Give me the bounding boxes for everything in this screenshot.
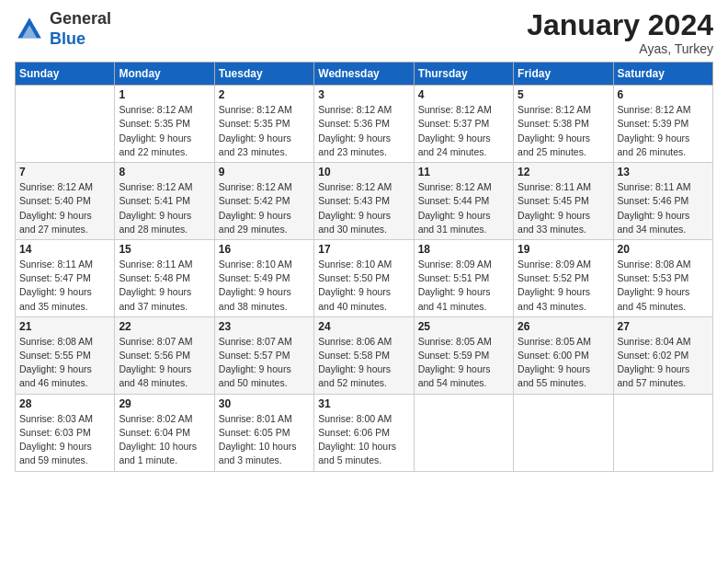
weekday-monday: Monday (115, 63, 214, 86)
logo: General Blue (15, 9, 111, 49)
location: Ayas, Turkey (527, 41, 713, 56)
logo-icon (15, 15, 44, 44)
day-info: Sunrise: 8:09 AMSunset: 5:51 PMDaylight:… (418, 258, 509, 314)
calendar-cell: 2Sunrise: 8:12 AMSunset: 5:35 PMDaylight… (214, 86, 313, 163)
day-number: 24 (318, 320, 409, 333)
calendar-cell: 10Sunrise: 8:12 AMSunset: 5:43 PMDayligh… (314, 163, 414, 240)
day-number: 26 (518, 320, 609, 333)
day-number: 2 (219, 88, 310, 101)
day-info: Sunrise: 8:12 AMSunset: 5:36 PMDaylight:… (318, 103, 409, 159)
calendar-cell: 12Sunrise: 8:11 AMSunset: 5:45 PMDayligh… (514, 163, 613, 240)
day-info: Sunrise: 8:12 AMSunset: 5:44 PMDaylight:… (418, 180, 509, 236)
day-number: 29 (119, 397, 210, 410)
day-info: Sunrise: 8:12 AMSunset: 5:35 PMDaylight:… (219, 103, 310, 159)
calendar-cell: 18Sunrise: 8:09 AMSunset: 5:51 PMDayligh… (414, 239, 513, 316)
calendar-cell: 20Sunrise: 8:08 AMSunset: 5:53 PMDayligh… (613, 239, 712, 316)
day-number: 6 (618, 88, 709, 101)
calendar-cell: 30Sunrise: 8:01 AMSunset: 6:05 PMDayligh… (214, 394, 313, 471)
day-number: 16 (219, 243, 310, 256)
calendar-cell: 25Sunrise: 8:05 AMSunset: 5:59 PMDayligh… (414, 316, 513, 394)
calendar-cell: 26Sunrise: 8:05 AMSunset: 6:00 PMDayligh… (514, 316, 613, 394)
day-info: Sunrise: 8:12 AMSunset: 5:40 PMDaylight:… (19, 180, 110, 236)
day-number: 20 (618, 243, 709, 256)
week-row-3: 14Sunrise: 8:11 AMSunset: 5:47 PMDayligh… (16, 239, 713, 316)
calendar-cell: 7Sunrise: 8:12 AMSunset: 5:40 PMDaylight… (16, 163, 115, 240)
day-number: 18 (418, 243, 509, 256)
calendar-cell: 4Sunrise: 8:12 AMSunset: 5:37 PMDaylight… (414, 86, 513, 163)
day-number: 13 (618, 166, 709, 178)
day-number: 5 (518, 88, 609, 101)
day-info: Sunrise: 8:04 AMSunset: 6:02 PMDaylight:… (618, 335, 709, 391)
calendar-cell: 3Sunrise: 8:12 AMSunset: 5:36 PMDaylight… (314, 86, 414, 163)
day-info: Sunrise: 8:07 AMSunset: 5:57 PMDaylight:… (219, 335, 310, 391)
day-number: 7 (19, 166, 110, 178)
calendar-cell: 19Sunrise: 8:09 AMSunset: 5:52 PMDayligh… (514, 239, 613, 316)
week-row-5: 28Sunrise: 8:03 AMSunset: 6:03 PMDayligh… (16, 394, 713, 471)
day-number: 15 (119, 243, 210, 256)
logo-blue: Blue (50, 29, 85, 48)
day-info: Sunrise: 8:06 AMSunset: 5:58 PMDaylight:… (318, 335, 409, 391)
calendar-cell: 16Sunrise: 8:10 AMSunset: 5:49 PMDayligh… (214, 239, 313, 316)
calendar-cell: 27Sunrise: 8:04 AMSunset: 6:02 PMDayligh… (613, 316, 712, 394)
day-info: Sunrise: 8:11 AMSunset: 5:48 PMDaylight:… (119, 258, 210, 314)
day-number: 27 (618, 320, 709, 333)
weekday-thursday: Thursday (414, 63, 513, 86)
calendar-cell: 22Sunrise: 8:07 AMSunset: 5:56 PMDayligh… (115, 316, 214, 394)
calendar-cell: 14Sunrise: 8:11 AMSunset: 5:47 PMDayligh… (16, 239, 115, 316)
day-number: 11 (418, 166, 509, 178)
day-info: Sunrise: 8:05 AMSunset: 5:59 PMDaylight:… (418, 335, 509, 391)
day-info: Sunrise: 8:11 AMSunset: 5:45 PMDaylight:… (518, 180, 609, 236)
day-number: 9 (219, 166, 310, 178)
day-info: Sunrise: 8:08 AMSunset: 5:55 PMDaylight:… (19, 335, 110, 391)
day-number: 3 (318, 88, 409, 101)
calendar-cell: 6Sunrise: 8:12 AMSunset: 5:39 PMDaylight… (613, 86, 712, 163)
day-info: Sunrise: 8:12 AMSunset: 5:43 PMDaylight:… (318, 180, 409, 236)
day-info: Sunrise: 8:11 AMSunset: 5:47 PMDaylight:… (19, 258, 110, 314)
week-row-4: 21Sunrise: 8:08 AMSunset: 5:55 PMDayligh… (16, 316, 713, 394)
week-row-2: 7Sunrise: 8:12 AMSunset: 5:40 PMDaylight… (16, 163, 713, 240)
calendar-cell: 29Sunrise: 8:02 AMSunset: 6:04 PMDayligh… (115, 394, 214, 471)
calendar-cell: 13Sunrise: 8:11 AMSunset: 5:46 PMDayligh… (613, 163, 712, 240)
day-number: 4 (418, 88, 509, 101)
calendar-cell: 11Sunrise: 8:12 AMSunset: 5:44 PMDayligh… (414, 163, 513, 240)
header: General Blue January 2024 Ayas, Turkey (15, 9, 713, 56)
day-number: 30 (219, 397, 310, 410)
weekday-tuesday: Tuesday (214, 63, 313, 86)
day-info: Sunrise: 8:00 AMSunset: 6:06 PMDaylight:… (318, 412, 409, 468)
day-number: 17 (318, 243, 409, 256)
calendar-cell: 5Sunrise: 8:12 AMSunset: 5:38 PMDaylight… (514, 86, 613, 163)
day-info: Sunrise: 8:12 AMSunset: 5:38 PMDaylight:… (518, 103, 609, 159)
calendar-cell: 9Sunrise: 8:12 AMSunset: 5:42 PMDaylight… (214, 163, 313, 240)
month-title: January 2024 (527, 9, 713, 41)
day-info: Sunrise: 8:12 AMSunset: 5:39 PMDaylight:… (618, 103, 709, 159)
day-number: 28 (19, 397, 110, 410)
day-info: Sunrise: 8:01 AMSunset: 6:05 PMDaylight:… (219, 412, 310, 468)
day-number: 10 (318, 166, 409, 178)
week-row-1: 1Sunrise: 8:12 AMSunset: 5:35 PMDaylight… (16, 86, 713, 163)
day-info: Sunrise: 8:11 AMSunset: 5:46 PMDaylight:… (618, 180, 709, 236)
day-info: Sunrise: 8:12 AMSunset: 5:37 PMDaylight:… (418, 103, 509, 159)
day-number: 19 (518, 243, 609, 256)
calendar-cell (514, 394, 613, 471)
day-info: Sunrise: 8:05 AMSunset: 6:00 PMDaylight:… (518, 335, 609, 391)
day-number: 8 (119, 166, 210, 178)
calendar-cell: 8Sunrise: 8:12 AMSunset: 5:41 PMDaylight… (115, 163, 214, 240)
day-number: 12 (518, 166, 609, 178)
day-info: Sunrise: 8:10 AMSunset: 5:49 PMDaylight:… (219, 258, 310, 314)
day-number: 21 (19, 320, 110, 333)
weekday-header-row: SundayMondayTuesdayWednesdayThursdayFrid… (16, 63, 713, 86)
logo-general: General (50, 9, 111, 28)
day-number: 25 (418, 320, 509, 333)
calendar-cell: 17Sunrise: 8:10 AMSunset: 5:50 PMDayligh… (314, 239, 414, 316)
calendar-cell: 28Sunrise: 8:03 AMSunset: 6:03 PMDayligh… (16, 394, 115, 471)
day-info: Sunrise: 8:08 AMSunset: 5:53 PMDaylight:… (618, 258, 709, 314)
weekday-wednesday: Wednesday (314, 63, 414, 86)
calendar-cell: 15Sunrise: 8:11 AMSunset: 5:48 PMDayligh… (115, 239, 214, 316)
day-number: 23 (219, 320, 310, 333)
weekday-friday: Friday (514, 63, 613, 86)
day-info: Sunrise: 8:03 AMSunset: 6:03 PMDaylight:… (19, 412, 110, 468)
weekday-sunday: Sunday (16, 63, 115, 86)
day-number: 1 (119, 88, 210, 101)
calendar-cell (16, 86, 115, 163)
calendar-cell: 24Sunrise: 8:06 AMSunset: 5:58 PMDayligh… (314, 316, 414, 394)
